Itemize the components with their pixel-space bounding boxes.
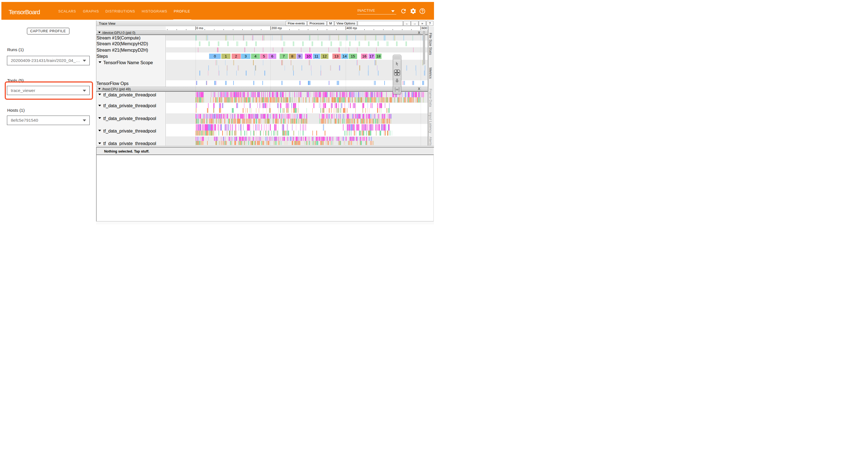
svg-text:3: 3 bbox=[245, 54, 247, 58]
svg-text:10: 10 bbox=[306, 54, 310, 58]
svg-text:0: 0 bbox=[214, 54, 216, 58]
svg-text:8: 8 bbox=[291, 54, 293, 58]
svg-text:7: 7 bbox=[283, 54, 285, 58]
svg-text:6: 6 bbox=[271, 54, 274, 58]
svg-text:18: 18 bbox=[376, 54, 380, 58]
svg-text:4: 4 bbox=[254, 54, 256, 58]
svg-text:11: 11 bbox=[314, 54, 318, 58]
svg-text:14: 14 bbox=[343, 54, 347, 58]
svg-text:600: 600 bbox=[422, 26, 427, 30]
svg-text:13: 13 bbox=[334, 54, 339, 58]
svg-text:1: 1 bbox=[225, 54, 227, 58]
svg-text:0 ms: 0 ms bbox=[196, 26, 203, 30]
svg-text:9: 9 bbox=[299, 54, 301, 58]
svg-text:16: 16 bbox=[362, 54, 366, 58]
svg-text:2: 2 bbox=[235, 54, 237, 58]
svg-text:200 ms: 200 ms bbox=[272, 26, 282, 30]
svg-text:17: 17 bbox=[369, 54, 373, 58]
svg-text:400 ms: 400 ms bbox=[346, 26, 357, 30]
svg-text:5: 5 bbox=[263, 54, 265, 58]
svg-text:15: 15 bbox=[351, 54, 355, 58]
svg-text:12: 12 bbox=[322, 54, 327, 58]
